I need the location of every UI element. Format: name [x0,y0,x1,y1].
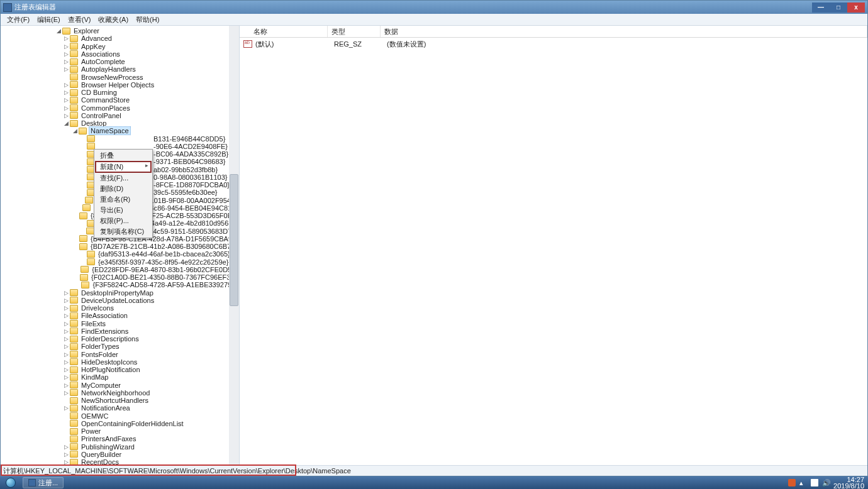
tree-item[interactable]: OEMWC [80,412,109,420]
grid-body[interactable]: (默认) REG_SZ (数值未设置) [240,38,867,465]
tree-item[interactable]: {BD7A2E7B-21CB-41b2-A086-B309680C6B7E} [89,243,239,250]
tree-item[interactable]: AppKey [80,43,107,50]
tree-item[interactable]: {e345f35f-9397-435c-8f95-4e922c26259e} [97,258,230,266]
expander-icon[interactable]: ▷ [62,382,70,389]
tree-item[interactable]: {daf95313-e44d-46af-be1b-cbacea2c3065} [97,250,231,258]
expander-icon[interactable]: ▷ [62,65,70,73]
expander-icon[interactable]: ▷ [62,96,70,104]
tree-item[interactable]: NewShortcutHandlers [80,397,150,404]
tree-item[interactable]: {F3F5824C-AD58-4728-AF59-A1EBE3392799} [91,281,239,288]
tree-item[interactable]: CD Burning [80,89,118,96]
ctx-permissions[interactable]: 权限(P)... [95,216,152,226]
expander-icon[interactable]: ▷ [62,35,70,42]
tree-item[interactable]: FileExts [80,320,107,327]
expander-icon[interactable]: ▷ [62,89,70,96]
tree-item[interactable]: PrintersAndFaxes [80,435,137,442]
ctx-copy-key-name[interactable]: 复制项名称(C) [95,226,152,237]
expander-icon[interactable]: ▷ [62,58,70,65]
tree-item[interactable]: FontsFolder [80,351,120,358]
tree-item[interactable]: FindExtensions [80,327,130,335]
tree-item[interactable]: QueryBuilder [80,451,123,458]
registry-tree[interactable]: ◢Explorer ▷Advanced ▷AppKey ▷Association… [1,26,240,465]
expander-icon[interactable]: ▷ [62,297,70,304]
expander-icon[interactable]: ▷ [62,312,70,319]
tree-item[interactable]: {F02C1A0D-BE21-4350-88B0-7367FC96EF3C} [90,273,239,281]
tree-item[interactable]: MyComputer [80,382,122,389]
tree-item[interactable]: Desktop [80,119,108,127]
ctx-delete[interactable]: 删除(D) [95,184,152,194]
tree-item[interactable]: AutoplayHandlers [80,65,137,73]
close-button[interactable]: x [847,3,865,13]
menu-help[interactable]: 帮助(H) [132,14,163,26]
titlebar[interactable]: 注册表编辑器 — □ x [1,1,867,14]
tree-item[interactable]: OpenContainingFolderHiddenList [80,420,185,427]
expander-icon[interactable]: ▷ [62,358,70,366]
expander-icon[interactable]: ▷ [62,50,70,58]
tray-clock[interactable]: 14:27 2019/8/10 [833,476,864,489]
tree-item[interactable]: Associations [80,50,121,58]
ctx-find[interactable]: 查找(F)... [95,173,152,184]
menu-favorites[interactable]: 收藏夹(A) [94,14,132,26]
tree-item[interactable]: BrowseNewProcess [80,74,144,81]
maximize-button[interactable]: □ [830,3,847,13]
ctx-new[interactable]: 新建(N) [95,161,152,173]
tree-item-selected[interactable]: NameSpace [89,126,131,135]
tree-item[interactable]: DriveIcons [80,304,115,312]
tree-item[interactable]: CommandStore [80,96,131,104]
tree-item[interactable]: DeviceUpdateLocations [80,297,155,304]
tree-item[interactable]: KindMap [80,373,109,381]
scrollbar-thumb[interactable] [230,174,238,306]
tree-item[interactable]: AutoComplete [80,58,126,65]
tree-item[interactable]: Browser Helper Objects [80,81,155,89]
tree-item[interactable]: PublishingWizard [80,443,136,451]
tree-item[interactable]: FolderDescriptions [80,335,140,343]
tree-item[interactable]: HotPlugNotification [80,366,142,373]
tree-item[interactable]: ControlPanel [80,112,123,119]
ctx-rename[interactable]: 重命名(R) [95,194,152,205]
ctx-export[interactable]: 导出(E) [95,205,152,216]
minimize-button[interactable]: — [812,3,830,13]
tree-item[interactable]: DesktopIniPropertyMap [80,289,155,297]
tree-scrollbar[interactable] [229,26,239,465]
taskbar-app-regedit[interactable]: 注册... [23,477,64,488]
menu-edit[interactable]: 编辑(E) [33,14,64,26]
col-type[interactable]: 类型 [328,26,381,37]
tree-item[interactable]: CommonPlaces [80,104,131,112]
expander-icon[interactable]: ▷ [62,104,70,112]
expander-icon[interactable]: ▷ [62,373,70,381]
expander-icon[interactable]: ▷ [62,351,70,358]
tree-item[interactable]: HideDesktopIcons [80,358,138,366]
expander-icon[interactable]: ◢ [71,127,79,135]
tree-item[interactable]: NotificationArea [80,404,131,412]
expander-icon[interactable]: ▷ [62,289,70,297]
expander-icon[interactable]: ▷ [62,112,70,119]
tree-item[interactable]: FileAssociation [80,312,129,319]
tree-item[interactable]: Advanced [80,35,113,42]
tray-action-center-icon[interactable] [811,479,818,486]
expander-icon[interactable]: ▷ [62,366,70,373]
col-name[interactable]: 名称 [250,26,328,37]
col-data[interactable]: 数据 [381,26,867,37]
menu-view[interactable]: 查看(V) [64,14,95,26]
expander-icon[interactable]: ▷ [62,458,70,465]
tree-item[interactable]: B131-E946B44C8DD5} [97,135,226,143]
expander-icon[interactable]: ▷ [62,335,70,343]
start-button[interactable] [0,476,21,489]
expander-icon[interactable]: ▷ [62,451,70,458]
ctx-collapse[interactable]: 折叠 [95,150,152,161]
expander-icon[interactable]: ◢ [55,27,62,35]
expander-icon[interactable]: ▷ [62,389,70,397]
expander-icon[interactable]: ▷ [62,81,70,89]
expander-icon[interactable]: ◢ [62,119,70,127]
expander-icon[interactable]: ▷ [62,327,70,335]
tree-item[interactable]: Explorer [72,27,101,35]
tray-show-hidden-icon[interactable]: ▴ [799,479,807,486]
expander-icon[interactable]: ▷ [62,404,70,412]
tree-item[interactable]: FolderTypes [80,343,121,350]
expander-icon[interactable]: ▷ [62,443,70,451]
expander-icon[interactable]: ▷ [62,320,70,327]
tree-item[interactable]: Power [80,427,102,435]
tree-item[interactable]: NetworkNeighborhood [80,389,151,397]
tree-item[interactable]: {ED228FDF-9EA8-4870-83b1-96b02CFE0D52} [91,266,239,273]
expander-icon[interactable]: ▷ [62,43,70,50]
